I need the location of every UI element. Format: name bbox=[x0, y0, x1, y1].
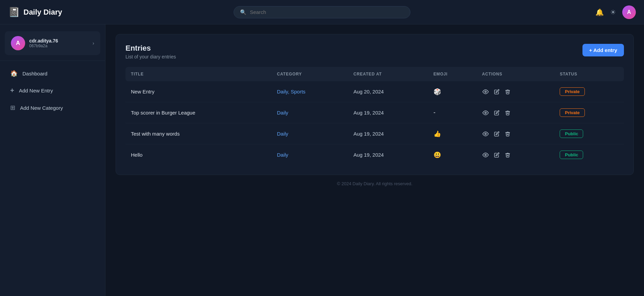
bell-icon: 🔔 bbox=[595, 8, 604, 16]
user-name: cdr.aditya.76 bbox=[29, 38, 58, 43]
svg-point-1 bbox=[485, 112, 487, 114]
svg-point-2 bbox=[485, 133, 487, 135]
entry-category-cell: Daily bbox=[271, 123, 348, 144]
main-content: Entries List of your diary entries + Add… bbox=[105, 24, 644, 296]
delete-button[interactable] bbox=[504, 152, 511, 158]
sidebar-item-add-category[interactable]: ⊞ Add New Category bbox=[5, 100, 100, 116]
trash-icon bbox=[505, 152, 510, 158]
logo-area: 📓 Daily Diary bbox=[8, 6, 83, 18]
header-actions: 🔔 ☀ A bbox=[561, 5, 636, 19]
svg-point-0 bbox=[485, 91, 487, 92]
entry-date-text: Aug 19, 2024 bbox=[353, 131, 384, 137]
eye-icon bbox=[482, 131, 489, 137]
entry-emoji: 🎲 bbox=[434, 88, 441, 95]
eye-icon bbox=[482, 89, 489, 95]
chevron-right-icon: › bbox=[92, 40, 94, 46]
status-badge: Public bbox=[560, 129, 583, 138]
entry-category-cell: Daily, Sports bbox=[271, 81, 348, 102]
entry-title-text: Hello bbox=[131, 152, 142, 158]
status-badge: Private bbox=[560, 87, 584, 96]
edit-icon bbox=[494, 110, 499, 116]
plus-icon: + bbox=[10, 87, 14, 94]
entry-date-cell: Aug 20, 2024 bbox=[348, 81, 428, 102]
entry-category-text: Daily bbox=[277, 152, 288, 158]
entry-title-text: Top scorer in Burger League bbox=[131, 110, 195, 116]
actions-cell bbox=[482, 130, 549, 138]
edit-button[interactable] bbox=[493, 109, 500, 116]
sidebar-nav: 🏠 Dashboard + Add New Entry ⊞ Add New Ca… bbox=[0, 63, 105, 118]
trash-icon bbox=[505, 131, 510, 137]
entry-status-cell: Public bbox=[554, 123, 624, 144]
entry-actions-cell bbox=[476, 102, 554, 123]
view-button[interactable] bbox=[482, 151, 489, 159]
actions-cell bbox=[482, 109, 549, 117]
user-card[interactable]: A cdr.aditya.76 067b9a2a › bbox=[5, 31, 100, 55]
col-header-actions: ACTIONS bbox=[476, 67, 554, 81]
edit-icon bbox=[494, 152, 499, 158]
actions-cell bbox=[482, 151, 549, 159]
edit-button[interactable] bbox=[493, 130, 500, 137]
status-badge: Private bbox=[560, 108, 584, 117]
entry-date-text: Aug 19, 2024 bbox=[353, 152, 384, 158]
status-badge: Public bbox=[560, 151, 583, 159]
view-button[interactable] bbox=[482, 130, 489, 138]
search-bar: 🔍 bbox=[234, 6, 410, 18]
edit-button[interactable] bbox=[493, 88, 500, 95]
entry-title-text: Test with many words bbox=[131, 131, 180, 137]
view-button[interactable] bbox=[482, 109, 489, 117]
entries-header: Entries List of your diary entries + Add… bbox=[125, 44, 624, 59]
col-header-emoji: EMOJI bbox=[428, 67, 477, 81]
user-id: 067b9a2a bbox=[29, 43, 58, 48]
trash-icon bbox=[505, 110, 510, 116]
entry-emoji-cell: 😃 bbox=[428, 144, 477, 166]
entry-emoji: 👍 bbox=[434, 130, 441, 137]
entry-category-text: Daily bbox=[277, 131, 288, 137]
entries-card: Entries List of your diary entries + Add… bbox=[116, 34, 634, 175]
user-info: cdr.aditya.76 067b9a2a bbox=[29, 38, 58, 48]
actions-cell bbox=[482, 88, 549, 95]
sidebar-item-dashboard[interactable]: 🏠 Dashboard bbox=[5, 66, 100, 81]
entry-emoji: - bbox=[434, 109, 436, 116]
table-row: Top scorer in Burger League Daily Aug 19… bbox=[125, 102, 624, 123]
entry-category-text: Daily bbox=[277, 110, 288, 116]
entry-category-text: Daily, Sports bbox=[277, 89, 305, 94]
add-entry-button[interactable]: + Add entry bbox=[582, 44, 624, 56]
sidebar-item-add-entry[interactable]: + Add New Entry bbox=[5, 83, 100, 99]
add-category-icon: ⊞ bbox=[10, 104, 15, 111]
theme-toggle-button[interactable]: ☀ bbox=[610, 8, 616, 16]
entry-emoji-cell: 👍 bbox=[428, 123, 477, 144]
search-input[interactable] bbox=[250, 9, 404, 15]
entries-title: Entries bbox=[125, 44, 176, 53]
theme-icon: ☀ bbox=[610, 8, 616, 16]
entry-category-cell: Daily bbox=[271, 144, 348, 166]
entry-status-cell: Private bbox=[554, 81, 624, 102]
delete-button[interactable] bbox=[504, 88, 511, 95]
entry-emoji: 😃 bbox=[434, 152, 441, 158]
entry-date-cell: Aug 19, 2024 bbox=[348, 123, 428, 144]
table-row: Test with many words Daily Aug 19, 2024 … bbox=[125, 123, 624, 144]
col-header-category: CATEGORY bbox=[271, 67, 348, 81]
svg-point-3 bbox=[485, 154, 487, 156]
col-header-status: STATUS bbox=[554, 67, 624, 81]
entries-table: TITLE CATEGORY CREATED AT EMOJI ACTIONS … bbox=[125, 67, 624, 165]
logo-icon: 📓 bbox=[8, 6, 20, 18]
entry-title-cell: Test with many words bbox=[125, 123, 271, 144]
user-avatar-header[interactable]: A bbox=[622, 5, 636, 19]
notification-bell-button[interactable]: 🔔 bbox=[595, 8, 604, 16]
sidebar-label-dashboard: Dashboard bbox=[22, 71, 47, 76]
view-button[interactable] bbox=[482, 88, 489, 95]
body-layout: A cdr.aditya.76 067b9a2a › 🏠 Dashboard +… bbox=[0, 24, 644, 296]
col-header-title: TITLE bbox=[125, 67, 271, 81]
entry-date-cell: Aug 19, 2024 bbox=[348, 144, 428, 166]
eye-icon bbox=[482, 110, 489, 116]
footer-text: © 2024 Daily Diary. All rights reserved. bbox=[337, 181, 412, 186]
col-header-created-at: CREATED AT bbox=[348, 67, 428, 81]
search-icon: 🔍 bbox=[240, 9, 247, 15]
table-header-row: TITLE CATEGORY CREATED AT EMOJI ACTIONS … bbox=[125, 67, 624, 81]
home-icon: 🏠 bbox=[10, 70, 18, 77]
entry-date-cell: Aug 19, 2024 bbox=[348, 102, 428, 123]
delete-button[interactable] bbox=[504, 130, 511, 137]
eye-icon bbox=[482, 152, 489, 158]
edit-button[interactable] bbox=[493, 152, 500, 158]
delete-button[interactable] bbox=[504, 109, 511, 116]
